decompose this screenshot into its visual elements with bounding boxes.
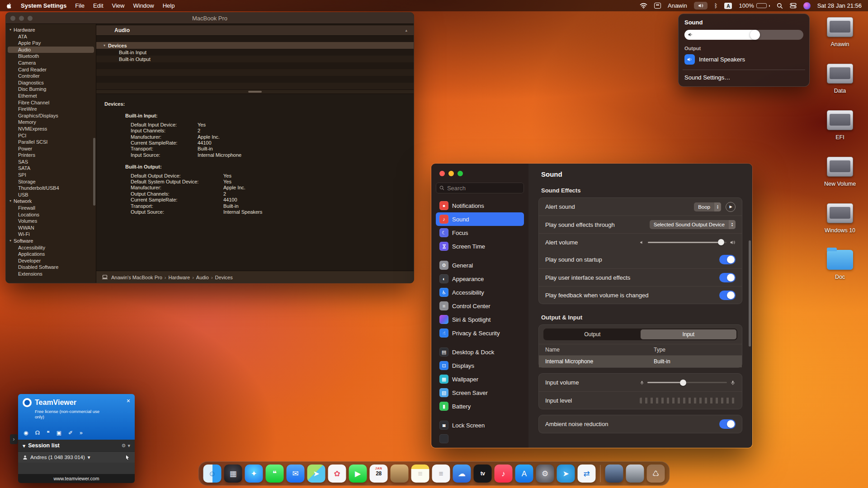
segment-option[interactable]: Input: [641, 329, 737, 339]
titlebar[interactable]: MacBook Pro: [6, 13, 414, 24]
active-app-menu[interactable]: System Settings: [21, 2, 66, 9]
tree-item[interactable]: Controller: [6, 73, 96, 80]
teamviewer-collapse-tab[interactable]: ›: [10, 434, 18, 444]
volume-slider[interactable]: [684, 30, 803, 40]
tree-item[interactable]: Graphics/Displays: [6, 113, 96, 119]
settings-sidebar-item[interactable]: ▧ Screen Saver: [436, 386, 524, 399]
settings-sidebar-item[interactable]: ≡ Control Center: [436, 299, 524, 313]
settings-sidebar-item[interactable]: ● Notifications: [436, 199, 524, 212]
user-menu[interactable]: Anawin: [668, 2, 687, 9]
settings-sidebar-item[interactable]: ⊡ Displays: [436, 359, 524, 372]
desktop-icon[interactable]: Data: [819, 64, 861, 94]
settings-sidebar-item[interactable]: ⋈ Screen Time: [436, 239, 524, 253]
audio-section-header[interactable]: Audio ▴: [96, 25, 414, 36]
dock-item[interactable]: tv: [474, 465, 492, 483]
device-row[interactable]: Built-in Output: [96, 56, 414, 62]
wifi-icon[interactable]: [640, 3, 647, 9]
tree-item[interactable]: USB: [6, 192, 96, 198]
desktop-icon[interactable]: Windows 10: [819, 203, 861, 234]
dock-item[interactable]: [605, 465, 623, 483]
tree-item[interactable]: Storage: [6, 178, 96, 185]
desktop-icon[interactable]: Anawin: [819, 17, 861, 47]
headset-icon[interactable]: ☊: [35, 430, 40, 436]
menu-window[interactable]: Window: [133, 2, 154, 9]
settings-sidebar-item[interactable]: ▦ Wallpaper: [436, 372, 524, 386]
files-icon[interactable]: ▣: [57, 430, 61, 436]
dock-item[interactable]: ⚙: [536, 465, 554, 483]
menu-extra-icon[interactable]: [654, 3, 661, 9]
dock-item[interactable]: JAN 28: [370, 465, 388, 483]
tree-item[interactable]: Parallel SCSI: [6, 139, 96, 145]
tree-section-software[interactable]: ▾ Software: [6, 238, 96, 244]
tree-item[interactable]: Wi-Fi: [6, 231, 96, 238]
spotlight-icon[interactable]: [777, 3, 783, 9]
draw-icon[interactable]: ✐: [68, 430, 73, 436]
volume-menu-icon[interactable]: [694, 2, 708, 9]
session-list-row[interactable]: ▾ Session list ⚙ ▾: [18, 440, 135, 451]
output-device-row[interactable]: Internal Speakers: [684, 54, 803, 65]
video-icon[interactable]: ◉: [24, 430, 28, 436]
menu-help[interactable]: Help: [163, 2, 175, 9]
menu-view[interactable]: View: [112, 2, 125, 9]
search-field[interactable]: [436, 183, 524, 193]
zoom-button[interactable]: [458, 171, 463, 176]
dock-item[interactable]: [391, 465, 409, 483]
dock-item[interactable]: ▶: [349, 465, 367, 483]
clock[interactable]: Sat 28 Jan 21:56: [817, 2, 862, 9]
slider-knob[interactable]: [750, 30, 760, 40]
settings-sidebar-item[interactable]: ☾ Focus: [436, 226, 524, 239]
dock-item[interactable]: [626, 465, 644, 483]
tree-item[interactable]: Disabled Software: [6, 264, 96, 271]
slider-knob[interactable]: [680, 380, 686, 386]
search-input[interactable]: [447, 185, 520, 192]
dock-item[interactable]: ✿: [328, 465, 346, 483]
dock-item[interactable]: ≡: [432, 465, 450, 483]
input-source-icon[interactable]: A: [724, 3, 732, 9]
minimize-button[interactable]: [19, 16, 24, 21]
dock-item[interactable]: ♪: [495, 465, 513, 483]
tree-item[interactable]: Locations: [6, 211, 96, 218]
tree-item[interactable]: Bluetooth: [6, 53, 96, 60]
chat-icon[interactable]: ❝: [47, 430, 49, 436]
tree-item[interactable]: PCI: [6, 132, 96, 139]
tree-item[interactable]: Ethernet: [6, 93, 96, 99]
tree-item[interactable]: Accessibility: [6, 244, 96, 251]
dock-item[interactable]: ❝: [266, 465, 284, 483]
apple-menu-icon[interactable]: [6, 2, 12, 9]
tree-item[interactable]: Camera: [6, 60, 96, 66]
dock-item[interactable]: ♺: [647, 465, 665, 483]
dock-item[interactable]: ▦: [224, 465, 242, 483]
settings-sidebar-item[interactable]: ▮ Battery: [436, 399, 524, 413]
close-icon[interactable]: ×: [127, 397, 130, 404]
segment-option[interactable]: Output: [544, 329, 641, 339]
settings-sidebar-item[interactable]: ⚙ General: [436, 258, 524, 272]
tree-item[interactable]: NVMExpress: [6, 126, 96, 132]
device-row[interactable]: Built-in Input: [96, 49, 414, 56]
desktop-icon[interactable]: Doc: [819, 250, 861, 280]
tree-item[interactable]: Applications: [6, 251, 96, 258]
alert-sound-popup[interactable]: Boop ▴▾: [694, 202, 721, 211]
play-alert-button[interactable]: ▶: [726, 202, 736, 212]
tree-item[interactable]: SPI: [6, 172, 96, 178]
alert-volume-slider[interactable]: [648, 242, 726, 243]
dock-item[interactable]: A: [515, 465, 533, 483]
toggle-switch[interactable]: [719, 255, 736, 264]
toggle-switch[interactable]: [719, 291, 736, 300]
chevron-down-icon[interactable]: ▾: [127, 443, 130, 449]
menu-edit[interactable]: Edit: [93, 2, 103, 9]
tree-item[interactable]: Volumes: [6, 218, 96, 225]
more-icon[interactable]: »: [80, 430, 83, 436]
toggle-switch[interactable]: [719, 273, 736, 282]
tree-item[interactable]: Developer: [6, 258, 96, 264]
settings-sidebar-item[interactable]: ◐ Appearance: [436, 272, 524, 286]
tree-item[interactable]: Firewall: [6, 205, 96, 211]
pane-splitter[interactable]: [96, 89, 414, 94]
close-button[interactable]: [439, 171, 445, 176]
collapse-chevron-icon[interactable]: ▴: [405, 28, 414, 33]
control-center-icon[interactable]: [790, 3, 797, 9]
tree-item[interactable]: Power: [6, 145, 96, 152]
breadcrumb-item[interactable]: Devices: [215, 275, 233, 280]
settings-sidebar-item[interactable]: Siri & Spotlight: [436, 313, 524, 326]
dock-item[interactable]: ✉: [287, 465, 305, 483]
tree-item[interactable]: Extensions: [6, 271, 96, 277]
